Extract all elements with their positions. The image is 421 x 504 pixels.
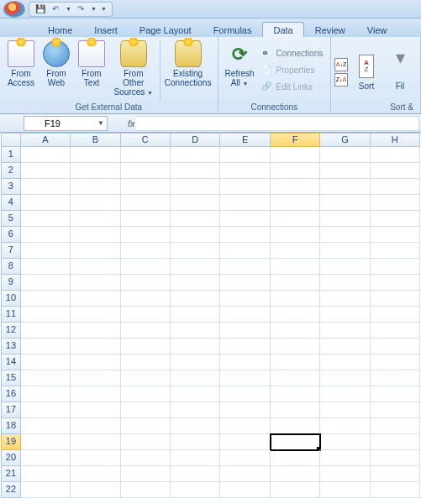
cell[interactable] xyxy=(21,386,71,402)
cell[interactable] xyxy=(71,179,120,195)
row-header[interactable]: 5 xyxy=(1,211,21,227)
cell[interactable] xyxy=(271,147,320,163)
from-other-sources-button[interactable]: From OtherSources ▼ xyxy=(109,39,158,102)
cell[interactable] xyxy=(71,163,120,179)
cell[interactable] xyxy=(220,370,270,386)
column-header[interactable]: G xyxy=(320,133,370,147)
cell[interactable] xyxy=(21,147,71,163)
cell[interactable] xyxy=(21,402,71,418)
from-text-button[interactable]: FromText xyxy=(74,39,109,102)
row-header[interactable]: 22 xyxy=(1,482,21,498)
cell[interactable] xyxy=(320,354,370,370)
cell[interactable] xyxy=(271,450,320,466)
cell[interactable] xyxy=(371,466,420,482)
row-header[interactable]: 17 xyxy=(1,402,21,418)
cell[interactable] xyxy=(220,386,270,402)
cell[interactable] xyxy=(271,386,320,402)
existing-connections-button[interactable]: ExistingConnections xyxy=(162,39,214,102)
row-header[interactable]: 12 xyxy=(1,323,21,339)
cell[interactable] xyxy=(71,386,120,402)
qat-customize-icon[interactable]: ▼ xyxy=(101,6,107,12)
cell[interactable] xyxy=(21,211,71,227)
cell[interactable] xyxy=(71,482,120,498)
cell[interactable] xyxy=(220,275,270,291)
cell[interactable] xyxy=(320,259,370,275)
sort-asc-button[interactable]: A↓Z xyxy=(334,58,348,71)
cell[interactable] xyxy=(371,482,420,498)
row-header[interactable]: 16 xyxy=(1,386,21,402)
cell[interactable] xyxy=(220,434,270,450)
cell[interactable] xyxy=(271,243,320,259)
cell[interactable] xyxy=(320,466,370,482)
cell[interactable] xyxy=(121,370,171,386)
cell[interactable] xyxy=(171,275,220,291)
row-header[interactable]: 2 xyxy=(1,163,21,179)
cell[interactable] xyxy=(121,323,171,339)
cell[interactable] xyxy=(21,370,71,386)
cell[interactable] xyxy=(171,211,220,227)
cell[interactable] xyxy=(21,163,71,179)
column-header[interactable]: C xyxy=(121,133,171,147)
cell[interactable] xyxy=(71,211,120,227)
cell[interactable] xyxy=(271,275,320,291)
cell[interactable] xyxy=(71,291,120,307)
cell[interactable] xyxy=(171,307,220,323)
fx-icon[interactable]: fx xyxy=(128,118,135,129)
cell[interactable] xyxy=(71,259,120,275)
cell[interactable] xyxy=(71,227,120,243)
cell[interactable] xyxy=(371,179,420,195)
cell[interactable] xyxy=(320,434,370,450)
cell[interactable] xyxy=(271,434,320,450)
save-icon[interactable]: 💾 xyxy=(34,3,46,15)
cell[interactable] xyxy=(171,243,220,259)
cell[interactable] xyxy=(21,243,71,259)
cell[interactable] xyxy=(21,195,71,211)
column-header[interactable]: D xyxy=(171,133,220,147)
cell[interactable] xyxy=(271,418,320,434)
cell[interactable] xyxy=(371,386,420,402)
cell[interactable] xyxy=(121,179,171,195)
cell[interactable] xyxy=(271,402,320,418)
undo-dropdown-icon[interactable]: ▼ xyxy=(66,6,71,12)
cell[interactable] xyxy=(71,450,120,466)
cell[interactable] xyxy=(171,402,220,418)
column-header[interactable]: H xyxy=(371,133,420,147)
from-access-button[interactable]: FromAccess xyxy=(3,39,39,102)
cell[interactable] xyxy=(171,147,220,163)
cell[interactable] xyxy=(220,354,270,370)
cell[interactable] xyxy=(320,275,370,291)
cell[interactable] xyxy=(71,466,120,482)
cell[interactable] xyxy=(220,339,270,354)
cell[interactable] xyxy=(21,179,71,195)
cell[interactable] xyxy=(371,418,420,434)
cell[interactable] xyxy=(271,339,320,354)
cell[interactable] xyxy=(121,163,171,179)
cell[interactable] xyxy=(220,466,270,482)
tab-data[interactable]: Data xyxy=(262,22,303,37)
cell[interactable] xyxy=(320,339,370,354)
cell[interactable] xyxy=(320,402,370,418)
cell[interactable] xyxy=(171,259,220,275)
refresh-all-button[interactable]: RefreshAll ▼ xyxy=(222,39,258,102)
cell[interactable] xyxy=(371,450,420,466)
column-header[interactable]: F xyxy=(271,133,320,147)
row-header[interactable]: 10 xyxy=(1,291,21,307)
cell[interactable] xyxy=(71,402,120,418)
cell[interactable] xyxy=(121,418,171,434)
cell[interactable] xyxy=(21,418,71,434)
tab-insert[interactable]: Insert xyxy=(83,22,129,37)
cell[interactable] xyxy=(320,147,370,163)
cell[interactable] xyxy=(371,243,420,259)
cell[interactable] xyxy=(171,195,220,211)
from-web-button[interactable]: FromWeb xyxy=(39,39,74,102)
cell[interactable] xyxy=(21,354,71,370)
cell[interactable] xyxy=(21,227,71,243)
cell[interactable] xyxy=(320,179,370,195)
cell[interactable] xyxy=(121,259,171,275)
cell[interactable] xyxy=(320,418,370,434)
cell[interactable] xyxy=(220,147,270,163)
cell[interactable] xyxy=(71,275,120,291)
chevron-down-icon[interactable]: ▼ xyxy=(97,119,104,127)
cell[interactable] xyxy=(21,466,71,482)
cell[interactable] xyxy=(71,195,120,211)
